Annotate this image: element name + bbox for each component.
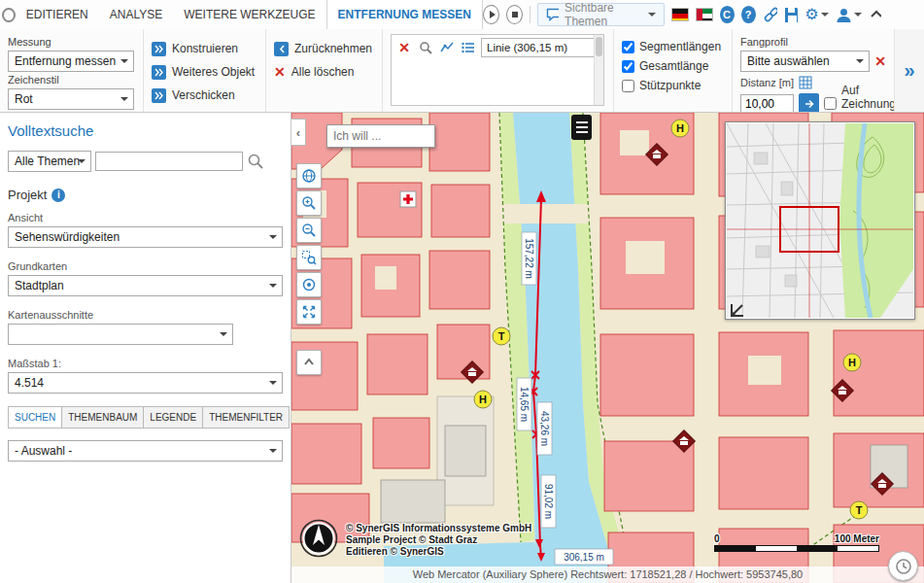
coordinate-status-bar: Web Mercator (Auxiliary Sphere) Rechtswe… [291, 566, 924, 583]
link-icon[interactable] [763, 6, 777, 23]
tab-analyse[interactable]: ANALYSE [99, 0, 173, 29]
weiteres-objekt-button[interactable]: Weiteres Objekt [152, 60, 257, 84]
profile-3d-icon[interactable] [438, 39, 456, 56]
flag-uae-icon[interactable] [696, 8, 713, 21]
user-menu-button[interactable] [836, 7, 862, 23]
toolbar-collapse-chevron-button[interactable] [296, 350, 322, 375]
list-icon[interactable] [460, 39, 477, 56]
scale-bar-graphic [714, 545, 879, 552]
theme-scope-select[interactable]: Alle Themen [8, 151, 91, 172]
locate-center-button[interactable] [296, 272, 322, 297]
gear-button[interactable]: ⚙ [804, 7, 828, 22]
fangprofil-select[interactable]: Bitte auswählen [740, 51, 870, 72]
verschicken-label: Verschicken [172, 88, 235, 102]
toolbar-gap [296, 326, 322, 348]
stuetzpunkte-option[interactable]: Stützpunkte [622, 76, 724, 95]
copyright-icon[interactable]: C [720, 6, 735, 23]
double-arrow-icon [152, 88, 166, 103]
konstruieren-button[interactable]: Konstruieren [152, 37, 257, 60]
map-menu-toggle-button[interactable] [571, 115, 592, 140]
gesamtlaenge-option[interactable]: Gesamtlänge [622, 56, 724, 76]
tab-weitere-werkzeuge[interactable]: WEITERE WERKZEUGE [173, 0, 325, 29]
copyright-line: Editieren © SynerGIS [346, 546, 531, 558]
selected-measure-item[interactable]: Linie (306,15 m) [481, 38, 599, 57]
gesamtlaenge-checkbox[interactable] [622, 60, 634, 73]
stop-circle-icon[interactable] [506, 5, 523, 24]
svg-text:H: H [479, 394, 487, 405]
ansicht-select[interactable]: Sehenswürdigkeiten [8, 226, 283, 248]
fulltext-search-title: Volltextsuche [8, 122, 283, 139]
overview-map[interactable] [725, 121, 915, 320]
ich-will-input[interactable] [326, 124, 435, 148]
zoom-out-button[interactable] [296, 218, 322, 243]
snap-drawing-option[interactable]: Auf Zeichnung fang... [824, 94, 894, 113]
measure-tool-select[interactable]: Entfernung messen [8, 51, 134, 72]
zoom-in-button[interactable] [296, 190, 322, 216]
grid-table-icon[interactable] [799, 76, 812, 89]
results-scrollbar[interactable] [594, 35, 603, 105]
tab-entfernung-messen[interactable]: ENTFERNUNG MESSEN [326, 0, 483, 29]
visible-themes-button[interactable]: Sichtbare Themen [537, 3, 665, 26]
chevron-down-icon [648, 13, 656, 20]
collapse-ribbon-chevron-icon[interactable] [869, 7, 881, 22]
stuetzpunkte-checkbox[interactable] [622, 80, 634, 92]
sidebar: Volltextsuche Alle Themen Projekt i Ansi… [0, 113, 291, 583]
selected-measure-label: Linie (306,15 m) [487, 42, 567, 53]
distanz-input[interactable] [740, 94, 794, 113]
zuruecknehmen-label: Zurücknehmen [294, 42, 372, 55]
delete-icon[interactable]: ✕ [395, 39, 413, 56]
top-tab-bar: EDITIEREN ANALYSE WEITERE WERKZEUGE ENTF… [0, 0, 924, 30]
massstab-select[interactable]: 4.514 [8, 372, 283, 394]
fulltext-search-row: Alle Themen [8, 151, 283, 172]
save-icon[interactable] [784, 7, 798, 23]
map-viewport[interactable]: H H H T T 157,22 m 1 [291, 113, 924, 583]
globe-button[interactable] [296, 163, 322, 189]
svg-text:H: H [848, 357, 856, 368]
zoom-window-button[interactable] [296, 245, 322, 270]
tab-label: THEMENFILTER [209, 412, 283, 423]
zuruecknehmen-button[interactable]: Zurücknehmen [274, 37, 374, 60]
fulltext-search-input[interactable] [95, 152, 243, 171]
sidebar-tab-legende[interactable]: LEGENDE [143, 406, 203, 429]
total-length-label: 306,15 m [564, 552, 604, 563]
tab-editieren[interactable]: EDITIEREN [16, 0, 99, 29]
verschicken-button[interactable]: Verschicken [152, 84, 257, 107]
full-extent-button[interactable] [296, 299, 322, 325]
scale-bar: 0 100 Meter [714, 533, 879, 552]
flag-germany-icon[interactable] [671, 8, 689, 21]
ribbon-expand-button[interactable]: » [894, 29, 924, 112]
delete-all-icon: ✕ [274, 65, 286, 79]
help-icon[interactable]: ? [741, 6, 756, 23]
sidebar-collapse-button[interactable]: ‹ [291, 119, 306, 146]
double-arrow-icon [152, 65, 166, 80]
chevron-down-icon [854, 13, 862, 20]
segmentlaengen-option[interactable]: Segmentlängen [622, 37, 724, 56]
history-clock-button[interactable] [888, 551, 918, 581]
ribbon-group-construct: Konstruieren Weiteres Objekt Verschicken [144, 29, 266, 112]
kartenausschnitte-select[interactable] [8, 324, 233, 345]
ribbon-group-results: ✕ Linie (306,15 m) [383, 29, 614, 112]
search-icon[interactable] [247, 153, 264, 170]
sidebar-tab-suchen[interactable]: SUCHEN [8, 406, 62, 429]
tab-label: SUCHEN [15, 412, 55, 423]
draw-style-select[interactable]: Rot [8, 88, 134, 110]
speech-bubble-icon [546, 8, 559, 21]
grundkarten-label: Grundkarten [8, 260, 283, 272]
sidebar-tab-themenfilter[interactable]: THEMENFILTER [202, 406, 290, 429]
segmentlaengen-checkbox[interactable] [622, 41, 634, 53]
sidebar-tab-themenbaum[interactable]: THEMENBAUM [61, 406, 144, 429]
segmentlaengen-label: Segmentlängen [639, 40, 721, 53]
apply-distance-button[interactable] [799, 93, 819, 112]
ansicht-field: Ansicht Sehenswürdigkeiten [8, 212, 283, 248]
auswahl-select[interactable]: - Auswahl - [8, 440, 283, 462]
snap-drawing-checkbox[interactable] [824, 97, 837, 110]
sidebar-tab-bar: SUCHEN THEMENBAUM LEGENDE THEMENFILTER [8, 406, 283, 429]
massstab-field: Maßstab 1: 4.514 [8, 358, 283, 394]
play-circle-icon[interactable] [483, 5, 499, 24]
pharmacy-icon[interactable] [400, 191, 416, 207]
zoom-to-icon[interactable] [417, 39, 434, 56]
alle-loeschen-button[interactable]: ✕ Alle löschen [274, 60, 374, 84]
clear-fangprofil-icon[interactable]: ✕ [874, 54, 886, 68]
info-icon[interactable]: i [51, 189, 65, 202]
grundkarten-select[interactable]: Stadtplan [8, 275, 283, 296]
